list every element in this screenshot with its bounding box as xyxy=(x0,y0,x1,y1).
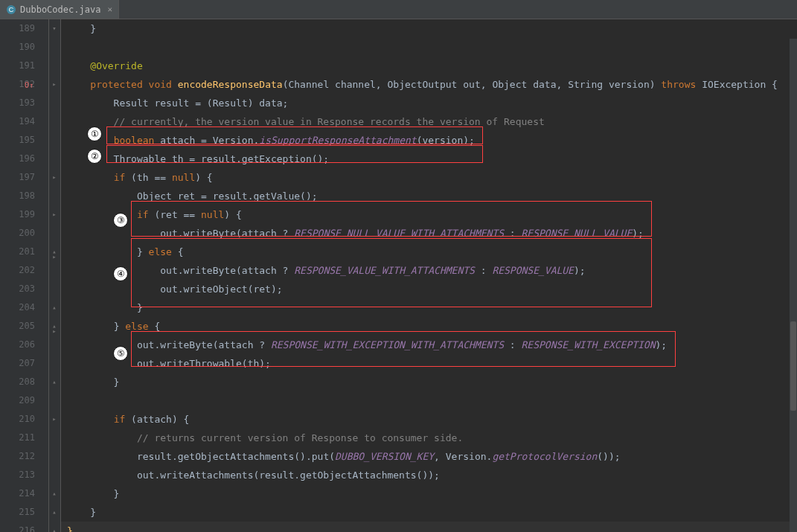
line-number: 198 xyxy=(0,187,35,205)
line-number: 207 xyxy=(0,354,35,373)
code-line xyxy=(67,38,797,57)
vertical-scrollbar[interactable] xyxy=(790,39,797,532)
line-number: 204 xyxy=(0,298,35,317)
annotation-marker: ② xyxy=(87,149,102,164)
code-line: out.writeByte(attach ? RESPONSE_NULL_VAL… xyxy=(67,224,797,243)
line-number: 212 xyxy=(0,447,35,466)
line-number: 190 xyxy=(0,38,35,57)
line-number: 214 xyxy=(0,484,35,503)
close-tab-icon[interactable]: ✕ xyxy=(107,4,112,14)
line-number: 203 xyxy=(0,280,35,298)
line-number: 215 xyxy=(0,503,35,522)
line-number: 197 xyxy=(0,168,35,187)
line-number: 206 xyxy=(0,336,35,354)
fold-toggle-icon[interactable]: ▸ xyxy=(51,211,58,218)
code-line: Object ret = result.getValue(); xyxy=(67,187,797,205)
tab-filename: DubboCodec.java xyxy=(20,4,100,15)
line-number: 210 xyxy=(0,410,35,429)
line-number: 205 xyxy=(0,317,35,336)
line-number: 193 xyxy=(0,94,35,112)
code-line: } xyxy=(67,484,797,503)
scroll-thumb[interactable] xyxy=(790,321,796,411)
line-number: 199 xyxy=(0,205,35,224)
line-number: 213 xyxy=(0,466,35,484)
line-number: 209 xyxy=(0,391,35,410)
fold-toggle-icon[interactable]: ▸ xyxy=(51,253,58,260)
line-number: 189 xyxy=(0,19,35,38)
line-number-gutter: 189190191192O↑19319419519619719819920020… xyxy=(0,19,49,532)
line-number: 202 xyxy=(0,261,35,280)
annotation-marker: ⑤ xyxy=(113,346,128,361)
fold-toggle-icon[interactable]: ▴ xyxy=(51,304,58,311)
code-line: protected void encodeResponseData(Channe… xyxy=(67,75,797,94)
code-line: } xyxy=(67,298,797,317)
line-number: 191 xyxy=(0,57,35,75)
code-line: } xyxy=(67,19,797,38)
code-line: // currently, the version value in Respo… xyxy=(67,112,797,131)
line-number: 211 xyxy=(0,429,35,447)
fold-toggle-icon[interactable]: ▴ xyxy=(51,490,58,497)
fold-toggle-icon[interactable]: ▴ xyxy=(51,527,58,532)
code-line: if (attach) { xyxy=(67,410,797,429)
line-number: 192O↑ xyxy=(0,75,35,94)
line-number: 194 xyxy=(0,112,35,131)
fold-toggle-icon[interactable]: ▸ xyxy=(51,327,58,335)
code-line: // returns current version of Response t… xyxy=(67,429,797,447)
code-line: } else { xyxy=(67,243,797,261)
file-tab[interactable]: C DubboCodec.java ✕ xyxy=(0,0,119,19)
fold-toggle-icon[interactable]: ▴ xyxy=(51,378,58,385)
annotation-marker: ④ xyxy=(113,266,128,281)
code-line: out.writeObject(ret); xyxy=(67,280,797,298)
line-number: 201 xyxy=(0,243,35,261)
fold-gutter: ▾▸▸▸▴▸▴▴▸▴▸▴▴▴ xyxy=(49,19,61,532)
code-line: } xyxy=(67,522,797,532)
tab-bar: C DubboCodec.java ✕ xyxy=(0,0,797,19)
code-line: out.writeByte(attach ? RESPONSE_VALUE_WI… xyxy=(67,261,797,280)
code-line xyxy=(67,391,797,410)
code-line: Result result = (Result) data; xyxy=(67,94,797,112)
code-line: } xyxy=(67,503,797,522)
svg-text:C: C xyxy=(9,6,14,13)
fold-toggle-icon[interactable]: ▾ xyxy=(51,25,58,32)
fold-toggle-icon[interactable]: ▸ xyxy=(51,415,58,423)
code-line: if (th == null) { xyxy=(67,168,797,187)
code-area[interactable]: } @Override protected void encodeRespons… xyxy=(61,19,797,532)
code-line: boolean attach = Version.isSupportRespon… xyxy=(67,131,797,150)
code-line: Throwable th = result.getException(); xyxy=(67,150,797,168)
code-line: } xyxy=(67,373,797,391)
line-number: 208 xyxy=(0,373,35,391)
java-class-icon: C xyxy=(6,4,16,15)
override-gutter-icon[interactable]: O↑ xyxy=(25,75,33,94)
code-line: out.writeByte(attach ? RESPONSE_WITH_EXC… xyxy=(67,336,797,354)
annotation-marker: ③ xyxy=(113,213,128,228)
line-number: 216 xyxy=(0,522,35,532)
fold-toggle-icon[interactable]: ▸ xyxy=(51,173,58,181)
fold-toggle-icon[interactable]: ▸ xyxy=(51,80,58,88)
line-number: 195 xyxy=(0,131,35,150)
annotation-marker: ① xyxy=(87,126,102,141)
code-line: out.writeAttachments(result.getObjectAtt… xyxy=(67,466,797,484)
line-number: 196 xyxy=(0,150,35,168)
code-line: result.getObjectAttachments().put(DUBBO_… xyxy=(67,447,797,466)
line-number: 200 xyxy=(0,224,35,243)
code-line: out.writeThrowable(th); xyxy=(67,354,797,373)
code-line: } else { xyxy=(67,317,797,336)
code-line: if (ret == null) { xyxy=(67,205,797,224)
fold-toggle-icon[interactable]: ▴ xyxy=(51,508,58,516)
code-line: @Override xyxy=(67,57,797,75)
